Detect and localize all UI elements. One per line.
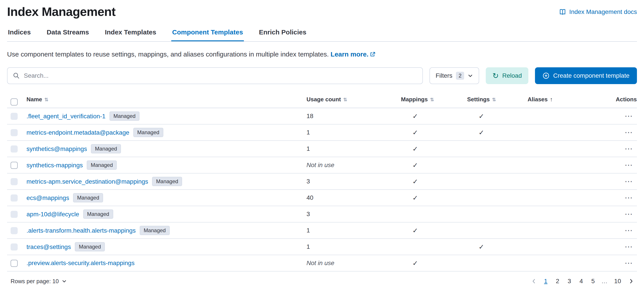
template-name-link[interactable]: metrics-apm.service_destination@mappings (26, 178, 148, 185)
settings-cell (464, 173, 524, 190)
settings-cell: ✓ (464, 238, 524, 255)
template-name-link[interactable]: synthetics@mappings (26, 146, 87, 152)
row-checkbox (10, 227, 18, 234)
row-checkbox (10, 194, 18, 202)
table-row: traces@settingsManaged1✓⋯ (7, 238, 637, 255)
tab-component-templates[interactable]: Component Templates (171, 27, 244, 41)
row-checkbox[interactable] (10, 162, 18, 169)
column-header-usage-count[interactable]: Usage count⇅ (303, 92, 398, 108)
template-name-link[interactable]: synthetics-mappings (26, 162, 83, 169)
table-header-row: Name⇅ Usage count⇅ Mappings⇅ Settings⇅ A… (7, 92, 637, 108)
row-actions-button[interactable]: ⋯ (624, 178, 634, 186)
column-header-name[interactable]: Name⇅ (23, 92, 303, 108)
docs-link[interactable]: Index Management docs (559, 8, 637, 16)
column-header-settings[interactable]: Settings⇅ (464, 92, 524, 108)
column-label: Mappings (401, 96, 428, 103)
filters-button[interactable]: Filters 2 (430, 67, 479, 84)
page-button-3[interactable]: 3 (564, 277, 574, 286)
usage-count-value: Not in use (303, 157, 398, 173)
row-actions-button[interactable]: ⋯ (624, 259, 634, 267)
select-all-checkbox[interactable] (10, 98, 18, 106)
tab-data-streams[interactable]: Data Streams (46, 27, 90, 41)
mappings-cell: ✓ (398, 190, 464, 206)
page-button-10[interactable]: 10 (611, 277, 624, 286)
description: Use component templates to reuse setting… (7, 50, 637, 58)
column-label: Usage count (306, 96, 341, 103)
aliases-cell (524, 108, 612, 124)
row-checkbox (10, 146, 18, 152)
check-icon: ✓ (412, 260, 418, 267)
row-actions-button[interactable]: ⋯ (624, 243, 634, 251)
column-header-mappings[interactable]: Mappings⇅ (398, 92, 464, 108)
column-label: Settings (467, 96, 490, 103)
row-actions-button[interactable]: ⋯ (624, 194, 634, 202)
page-button-1[interactable]: 1 (541, 277, 551, 286)
row-actions-button[interactable]: ⋯ (624, 145, 634, 153)
sort-icon: ⇅ (430, 97, 434, 102)
template-name-link[interactable]: .preview.alerts-security.alerts-mappings (26, 260, 135, 266)
aliases-cell (524, 173, 612, 190)
reload-button[interactable]: ↻ Reload (486, 67, 528, 84)
pagination: 12345…10 (529, 277, 636, 286)
row-checkbox[interactable] (10, 260, 18, 267)
chevron-down-icon (62, 279, 67, 284)
search-input[interactable] (24, 72, 417, 79)
page-button-5[interactable]: 5 (588, 277, 598, 286)
row-actions-button[interactable]: ⋯ (624, 128, 634, 136)
pagination-ellipsis: … (600, 277, 609, 286)
template-name-link[interactable]: traces@settings (26, 244, 71, 250)
row-actions-button[interactable]: ⋯ (624, 226, 634, 234)
row-actions-button[interactable]: ⋯ (624, 112, 634, 120)
template-name-link[interactable]: metrics-endpoint.metadata@package (26, 129, 129, 136)
page-title: Index Management (7, 4, 116, 19)
tab-enrich-policies[interactable]: Enrich Policies (258, 27, 307, 41)
next-page-button[interactable] (626, 278, 636, 284)
rows-per-page-button[interactable]: Rows per page: 10 (10, 278, 67, 285)
template-name-link[interactable]: .fleet_agent_id_verification-1 (26, 113, 106, 120)
create-component-template-button[interactable]: Create component template (535, 67, 637, 84)
chevron-right-icon (628, 278, 634, 284)
template-name-link[interactable]: .alerts-transform.health.alerts-mappings (26, 227, 136, 234)
usage-count-value: 1 (303, 140, 398, 157)
previous-page-button[interactable] (529, 278, 539, 284)
mappings-cell (398, 206, 464, 222)
mappings-cell: ✓ (398, 157, 464, 173)
check-icon: ✓ (412, 162, 418, 169)
table-footer: Rows per page: 10 12345…10 (7, 277, 637, 290)
page-button-2[interactable]: 2 (553, 277, 562, 286)
row-checkbox (10, 178, 18, 185)
template-name-link[interactable]: apm-10d@lifecycle (26, 211, 79, 218)
tab-index-templates[interactable]: Index Templates (104, 27, 157, 41)
table-row: synthetics-mappingsManagedNot in use✓⋯ (7, 157, 637, 173)
settings-cell: ✓ (464, 108, 524, 124)
mappings-cell: ✓ (398, 222, 464, 238)
usage-count-value: Not in use (303, 255, 398, 271)
settings-cell (464, 157, 524, 173)
settings-cell (464, 140, 524, 157)
column-label: Aliases (528, 96, 548, 103)
component-templates-table: Name⇅ Usage count⇅ Mappings⇅ Settings⇅ A… (7, 92, 637, 272)
tab-indices[interactable]: Indices (7, 27, 32, 41)
page-button-4[interactable]: 4 (576, 277, 586, 286)
filters-count-badge: 2 (456, 72, 464, 80)
column-header-aliases[interactable]: Aliases↑ (524, 92, 612, 108)
row-actions-button[interactable]: ⋯ (624, 161, 634, 169)
template-name-link[interactable]: ecs@mappings (26, 194, 69, 201)
row-checkbox (10, 129, 18, 136)
table-row: metrics-endpoint.metadata@packageManaged… (7, 124, 637, 140)
docs-link-label: Index Management docs (569, 8, 637, 16)
mappings-cell: ✓ (398, 108, 464, 124)
reload-label: Reload (502, 72, 522, 79)
tabs: IndicesData StreamsIndex TemplatesCompon… (7, 27, 637, 42)
managed-badge: Managed (91, 144, 121, 154)
filters-label: Filters (436, 72, 452, 79)
table-row: metrics-apm.service_destination@mappings… (7, 173, 637, 190)
table-row: apm-10d@lifecycleManaged3⋯ (7, 206, 637, 222)
usage-count-value: 3 (303, 206, 398, 222)
row-actions-button[interactable]: ⋯ (624, 210, 634, 218)
learn-more-link[interactable]: Learn more. (330, 50, 375, 58)
chevron-left-icon (531, 278, 537, 284)
create-label: Create component template (553, 72, 630, 79)
table-row: .fleet_agent_id_verification-1Managed18✓… (7, 108, 637, 124)
sort-icon: ⇅ (44, 97, 48, 102)
